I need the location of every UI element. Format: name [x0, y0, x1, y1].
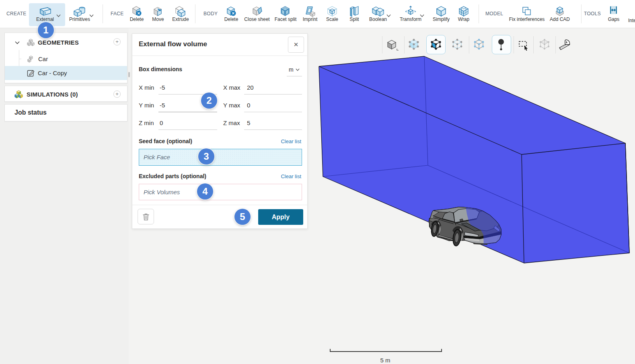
svg-text:5 m: 5 m: [380, 357, 390, 364]
